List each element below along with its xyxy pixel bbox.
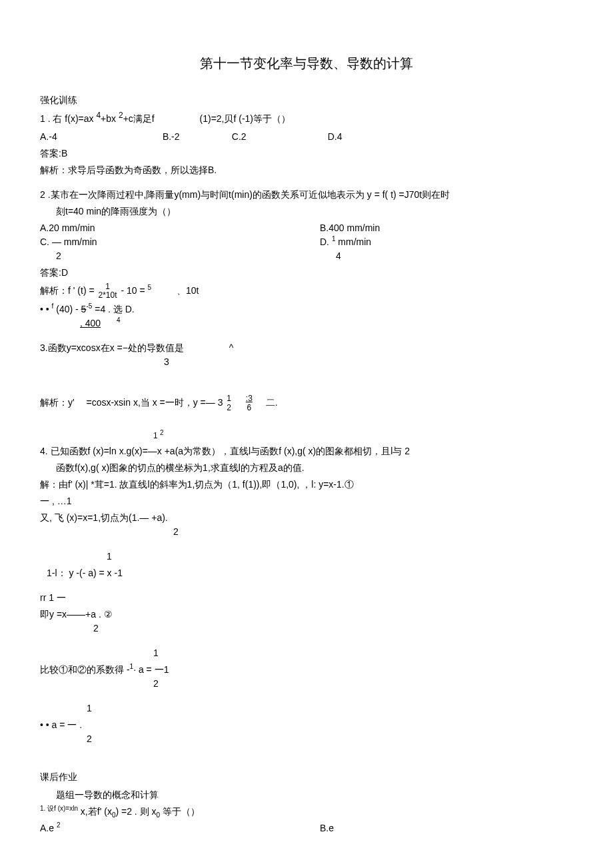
post-q1-stem: 1. 设f (x)=xln x,若f' (x0) =2 . 则 x0 等于（） [40,805,573,819]
q2-optd-den: 4 [336,250,341,261]
q3-frac2: :3 6 [245,394,254,412]
q4-line10-num: 1 [87,701,573,715]
q4-line5: 又, 飞 (x)=x=1,切点为(1.— +a). 2 [40,511,573,539]
q3-exp-pre: 解析：y' [40,397,75,408]
q4-l8-den: 2 [93,623,99,634]
q4-l6-text: 1-l： y -(- a) = x -1 [47,568,123,578]
q3-stem-pre: 3.函数y=xcosx在x =−处的导数值是 [40,342,184,353]
pq1-mid2: ) =2 . 则 x [115,806,156,817]
q2-opt-d: D. 1 mm/min 4 [320,235,573,263]
q4-line9: 比较①和②的系数得 -1· a = 一1 2 [40,663,573,691]
q2-line1: 2 .某市在一次降雨过程中,降雨量y(mm)与时间t(min)的函数关系可近似地… [40,188,573,202]
q3-frac1-num: 1 [227,394,231,403]
q4-label-frac: 1 2 [153,430,573,442]
q1-sup-stack-2: 2 [119,111,123,127]
q1-opt-c: C.2 [232,130,325,144]
q2-opt-c: C. — mm/min 2 [40,235,320,263]
q2-explanation-l2: • • f (40) - 5-5 =4 . 选 D. , 400 4 [40,302,573,330]
q3-frac1: 1 2 [225,394,233,412]
q2-l3-sub: 4 [117,317,121,324]
q2-l3-pre: • • [40,304,52,314]
q1-opt-d: D.4 [328,130,408,144]
q3-stem: 3.函数y=xcosx在x =−处的导数值是 ^ 3 [40,341,573,369]
q3-exp-mid: =cosx-xsin x,当 x =一时，y =— 3 [86,397,223,408]
q4-l5-pre: 又, 飞 (x)=x=1,切点为(1.— +a). [40,512,168,523]
q1-explanation: 解析：求导后导函数为奇函数，所以选择B. [40,163,573,177]
q4-l1-frac-num: 1 [153,431,158,440]
q2-optc-pre: C. — mm/min [40,236,97,247]
q2-exp-sup: 5 [148,284,152,291]
section-label-2: 课后作业 [40,770,573,784]
post-q1-opt-a: A.e 2 [40,821,320,835]
q3-exp-tail: 二. [266,397,278,408]
q4-l9-den: 2 [153,678,159,689]
q1-tail: (1)=2,贝f (-1)等于（） [200,113,291,124]
q4-line7: rr 1 一 [40,591,573,605]
q1-mid2: +c满足f [123,113,155,124]
q1-opt-b: B.-2 [163,130,229,144]
q2-exp-frac-den: 2*10t [99,291,117,300]
q2-l3-under: , 400 [80,318,101,328]
q4-line2: 函数f(x),g( x)图象的切点的横坐标为1,求直线l的方程及a的值. [56,461,573,475]
q4-line3: 解：由f' (x)| *茸=1. 故直线l的斜率为1,切点为（1, f(1)),… [40,478,573,492]
q3-frac2-num: :3 [246,394,253,403]
q4-line4: 一 , …1 [40,494,573,508]
pq1-tail: 等于（） [160,806,200,817]
q2-opts-row2: C. — mm/min 2 D. 1 mm/min 4 [40,235,573,263]
pq1-opta-sup: 2 [57,821,61,829]
q1-options: A.-4 B.-2 C.2 D.4 [40,130,573,144]
q2-exp-mid: - 10 = [121,285,147,296]
section-label-1: 强化训练 [40,93,573,107]
q2-opts-row1: A.20 mm/min B.400 mm/min [40,221,573,235]
q2-opt-a: A.20 mm/min [40,221,320,235]
q3-den: 3 [164,356,169,367]
q2-optc-den: 2 [56,250,61,261]
post-q1-options: A.e 2 B.e [40,821,573,835]
pq1-opta-pre: A.e [40,823,57,833]
q2-exp-pre: 解析：f ' (t) = [40,285,97,296]
q3-frac2-den: 6 [246,404,253,412]
q4-line6-num: 1 [107,550,573,564]
q2-opt-b: B.400 mm/min [320,221,573,235]
q2-l3-sup: -5 [86,303,92,310]
q4-line1: 4. 已知函数f (x)=ln x.g(x)=—x +a(a为常数），直线l与函… [40,444,573,458]
q2-optd-suf: mm/min [335,236,371,247]
q4-l8-pre: 即y =x——+a . ② [40,609,113,620]
q4-l10-pre: • • a = 一 . [40,719,82,730]
q4-line8: 即y =x——+a . ② 2 [40,608,573,636]
pq1-pre: 1. 设f (x)=x [40,805,73,812]
page-title: 第十一节变化率与导数、导数的计算 [40,53,573,73]
q4-line10: • • a = 一 . 2 [40,718,573,746]
q4-l5-den: 2 [173,526,179,537]
q1-mid1: +bx [101,113,119,124]
q1-text-pre: 1 . 右 f(x)=ax [40,113,96,124]
pq1-sup1: ln [73,805,78,812]
q2-l3-mid: (40) - [53,304,81,314]
q2-optd-pre: D. [320,236,332,247]
q4-l1-sup: 2 [160,429,164,436]
q2-explanation-l1: 解析：f ' (t) = 1 2*10t - 10 = 5 、10t [40,282,573,300]
group1-label: 题组一导数的概念和计算 [56,788,573,802]
q2-l3-eq: =4 . 选 D. [92,304,134,314]
q1-stem: 1 . 右 f(x)=ax 4 +bx 2 +c满足f (1)=2,贝f (-1… [40,111,573,127]
q2-line2: 刻t=40 min的降雨强度为（） [56,205,573,218]
q2-answer: 答案:D [40,266,573,280]
q2-exp-tail: 、10t [177,285,199,296]
q4-l9-pre: 比较①和②的系数得 - [40,664,130,675]
post-q1-opt-b: B.e [320,821,573,835]
pq1-mid: x,若f' (x [78,806,112,817]
q1-answer: 答案:B [40,147,573,161]
q3-caret: ^ [229,342,234,353]
q4-line6: 1-l： y -(- a) = x -1 [40,566,573,580]
q2-exp-frac: 1 2*10t [97,282,119,300]
q4-line9-num: 1 [153,646,573,660]
q4-l9-mid: · a = 一1 [133,664,169,675]
q1-opt-a: A.-4 [40,130,160,144]
q3-explanation: 解析：y' =cosx-xsin x,当 x =一时，y =— 3 1 2 :3… [40,394,573,412]
q3-frac1-den: 2 [227,404,231,412]
q4-l10-den: 2 [87,733,92,744]
